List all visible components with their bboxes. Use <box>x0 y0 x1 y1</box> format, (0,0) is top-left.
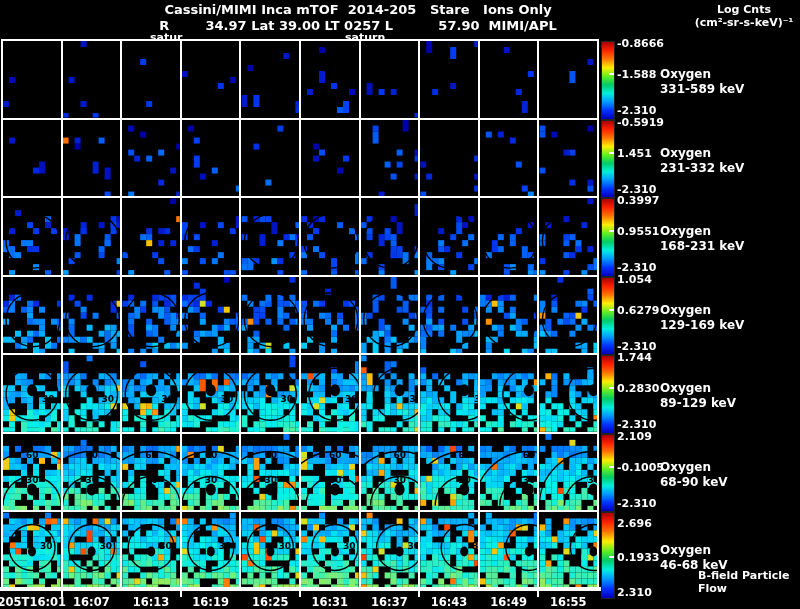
colorbar-tick-top: 1.054 <box>617 273 652 286</box>
time-axis-label: 16:37 <box>371 595 408 609</box>
colorbar-tick-top: -0.5919 <box>617 116 664 129</box>
colorbar-mid-tickmark <box>609 387 614 389</box>
time-axis-label: 16:43 <box>431 595 468 609</box>
colorbar-mid-tickmark <box>609 309 614 311</box>
row-label: Oxygen46-68 keV <box>660 543 728 573</box>
planet-label-saturn-1: satur <box>150 31 182 44</box>
time-axis-label: 16:07 <box>73 595 110 609</box>
row-energy-label: 68-90 keV <box>660 475 728 490</box>
colorbar-tick-mid: 0.2830 <box>617 382 659 395</box>
colorbar-tick-mid: 0.9551 <box>617 225 659 238</box>
colorbar-tick-top: 1.744 <box>617 351 652 364</box>
colorbar <box>601 198 615 277</box>
row-label: Oxygen331-589 keV <box>660 67 744 97</box>
colorbar-tick-mid: -1.588 <box>617 68 656 81</box>
colorbar-mid-tickmark <box>609 466 614 468</box>
colorbar-units: (cm²-sr-s-keV)⁻¹ <box>688 16 800 29</box>
row-species-label: Oxygen <box>660 460 728 475</box>
row-species-label: Oxygen <box>660 381 736 396</box>
row-species-label: Oxygen <box>660 543 728 558</box>
row-label: Oxygen231-332 keV <box>660 146 744 176</box>
colorbar-mid-tickmark <box>609 152 614 154</box>
row-species-label: Oxygen <box>660 303 744 318</box>
row-energy-label: 46-68 keV <box>660 558 728 573</box>
colorbar <box>601 355 615 434</box>
row-energy-label: 231-332 keV <box>660 161 744 176</box>
row-species-label: Oxygen <box>660 224 744 239</box>
colorbar-tick-top: 2.696 <box>617 517 652 530</box>
colorbar <box>601 41 615 120</box>
planet-label-saturn-2: saturn <box>345 31 385 44</box>
row-energy-label: 168-231 keV <box>660 239 744 254</box>
colorbar-tick-top: 2.109 <box>617 430 652 443</box>
colorbar <box>601 277 615 356</box>
page-title: Cassini/MIMI Inca mTOF 2014-205 Stare Io… <box>0 2 716 17</box>
colorbar-mid-tickmark <box>609 230 614 232</box>
colorbar-tick-bottom: 2.310 <box>617 586 652 599</box>
colorbar-tick-top: 0.3997 <box>617 194 659 207</box>
colorbar-tick-top: -0.8666 <box>617 37 664 50</box>
row-energy-label: 89-129 keV <box>660 396 736 411</box>
colorbar-tick-mid: -0.1005 <box>617 461 664 474</box>
row-label: Oxygen89-129 keV <box>660 381 736 411</box>
row-label: Oxygen68-90 keV <box>660 460 728 490</box>
colorbar-tick-mid: 1.451 <box>617 147 652 160</box>
row-species-label: Oxygen <box>660 67 744 82</box>
row-species-label: Oxygen <box>660 146 744 161</box>
time-axis-label: 205T16:01 <box>0 595 66 609</box>
colorbar-tick-bottom: -2.310 <box>617 497 656 510</box>
time-axis-label: 16:13 <box>133 595 170 609</box>
colorbar-mid-tickmark <box>609 556 614 558</box>
time-axis-label: 16:25 <box>252 595 289 609</box>
time-axis-label: 16:31 <box>311 595 348 609</box>
mimi-inca-display: Cassini/MIMI Inca mTOF 2014-205 Stare Io… <box>0 0 800 609</box>
colorbar-tick-mid: 0.1933 <box>617 551 659 564</box>
colorbar-units-title: Log Cnts <box>688 3 800 16</box>
colorbar <box>601 120 615 199</box>
row-label: Oxygen129-169 keV <box>660 303 744 333</box>
time-axis-label: 16:55 <box>550 595 587 609</box>
time-axis-label: 16:49 <box>490 595 527 609</box>
row-energy-label: 331-589 keV <box>660 82 744 97</box>
colorbar <box>601 434 615 513</box>
colorbar-tick-mid: 0.6279 <box>617 304 659 317</box>
row-label: Oxygen168-231 keV <box>660 224 744 254</box>
row-energy-label: 129-169 keV <box>660 318 744 333</box>
colorbar-mid-tickmark <box>609 73 614 75</box>
time-axis-label: 16:19 <box>192 595 229 609</box>
